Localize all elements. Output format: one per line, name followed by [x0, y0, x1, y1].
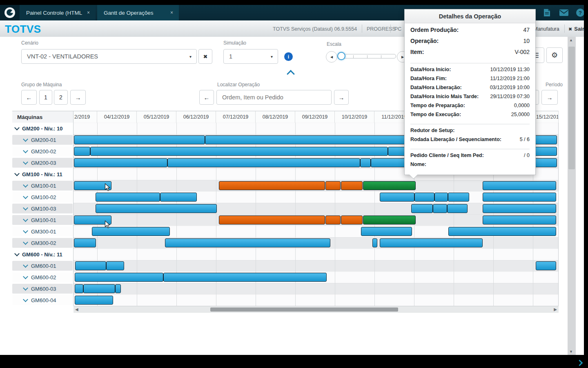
gantt-bar-blue[interactable] [75, 261, 106, 270]
gantt-bar-blue[interactable] [483, 193, 556, 202]
gantt-bar-orange[interactable] [325, 215, 341, 224]
gantt-bar-blue[interactable] [448, 193, 469, 202]
gantt-bar-blue[interactable] [448, 227, 556, 236]
grupo-next-button[interactable]: → [70, 90, 86, 105]
chevron-down-icon[interactable] [23, 194, 28, 199]
grupo-page-button-2[interactable]: 2 [54, 90, 68, 105]
localizar-next-button[interactable]: → [334, 90, 349, 105]
machine-row-gm300-02[interactable]: GM300-02 [12, 237, 74, 249]
chevron-down-icon[interactable] [23, 228, 28, 233]
machine-row-gm100-02[interactable]: GM100-02 [12, 191, 74, 203]
gantt-bar-blue[interactable] [83, 284, 115, 293]
gantt-bar-blue[interactable] [74, 238, 96, 247]
gantt-bar-blue[interactable] [165, 238, 330, 247]
grupo-page-button-1[interactable]: 1 [39, 90, 52, 105]
gantt-bar-blue[interactable] [360, 158, 371, 167]
close-icon[interactable]: × [167, 10, 179, 16]
gantt-bar-blue[interactable] [380, 238, 483, 247]
scroll-left-icon[interactable]: ◀ [75, 307, 78, 312]
machine-row-gm600-02[interactable]: GM600-02 [12, 272, 74, 283]
chevron-down-icon[interactable] [23, 182, 28, 188]
mail-icon[interactable] [559, 7, 569, 18]
horizontal-scrollbar[interactable]: ◀ ▶ [74, 306, 559, 313]
simulacao-select[interactable]: 1 ▾ [223, 49, 278, 64]
gantt-bar-blue[interactable] [361, 227, 412, 236]
vertical-scrollbar-thumb[interactable] [568, 47, 575, 169]
scroll-down-icon[interactable]: ▼ [569, 350, 573, 354]
machine-row-gm200-03[interactable]: GM200-03 [12, 157, 74, 168]
gantt-bar-blue[interactable] [74, 147, 90, 156]
machine-row-gm600-n-v-11[interactable]: GM600 - Nív.: 11 [12, 249, 74, 260]
gantt-bar-blue[interactable] [90, 147, 388, 156]
gantt-bar-blue[interactable] [75, 284, 83, 293]
chevron-down-icon[interactable] [23, 137, 28, 142]
chevron-down-icon[interactable] [23, 274, 28, 279]
gantt-bar-blue[interactable] [74, 158, 167, 167]
cenario-clear-button[interactable]: ✖ [198, 49, 212, 64]
document-icon[interactable] [541, 7, 552, 18]
machine-row-gm200-02[interactable]: GM200-02 [12, 146, 74, 157]
gantt-bar-blue[interactable] [483, 204, 556, 213]
gantt-bar-blue[interactable] [411, 204, 433, 213]
chevron-down-icon[interactable] [23, 240, 28, 245]
chevron-down-icon[interactable] [23, 159, 28, 165]
chevron-down-icon[interactable] [14, 251, 20, 256]
chevron-down-icon[interactable] [23, 205, 28, 211]
gantt-bar-blue[interactable] [75, 273, 163, 282]
close-icon[interactable]: × [84, 10, 96, 16]
tab-gantt-operacoes[interactable]: Gantt de Operações × [97, 5, 179, 20]
gantt-bar-blue[interactable] [536, 261, 556, 270]
chevron-down-icon[interactable] [23, 148, 28, 153]
cenario-select[interactable]: VNT-02 - VENTILADORES ▾ [21, 49, 197, 64]
machine-row-gm300-01[interactable]: GM300-01 [12, 226, 74, 237]
chevron-down-icon[interactable] [23, 217, 28, 222]
machine-row-gm200-n-v-10[interactable]: GM200 - Nív.: 10 [12, 123, 74, 134]
localizar-input[interactable] [216, 90, 332, 105]
gantt-bar-blue[interactable] [434, 193, 448, 202]
gantt-bar-orange[interactable] [341, 215, 363, 224]
scroll-right-icon[interactable]: ▶ [554, 307, 557, 312]
gantt-bar-blue[interactable] [447, 204, 468, 213]
machine-row-gm200-01[interactable]: GM200-01 [12, 134, 74, 146]
grupo-prev-button[interactable]: ← [21, 90, 37, 105]
machine-row-gm600-03[interactable]: GM600-03 [12, 283, 74, 294]
machine-row-gm100-01[interactable]: GM100-01 [12, 214, 74, 226]
gantt-bar-blue[interactable] [380, 193, 414, 202]
gantt-bar-blue[interactable] [167, 158, 360, 167]
gantt-bar-blue[interactable] [372, 238, 377, 247]
machine-row-gm600-01[interactable]: GM600-01 [12, 260, 74, 272]
machine-row-gm100-n-v-11[interactable]: GM100 - Nív.: 11 [12, 168, 74, 180]
gantt-bar-orange[interactable] [219, 181, 325, 190]
machine-row-gm600-04[interactable]: GM600-04 [12, 294, 74, 306]
gantt-bar-blue[interactable] [115, 284, 121, 293]
gantt-bar-blue[interactable] [414, 193, 434, 202]
escala-decrease-button[interactable]: ◀ [326, 51, 337, 63]
gantt-bar-blue[interactable] [74, 135, 205, 144]
gantt-bar-blue[interactable] [75, 296, 113, 305]
gantt-bar-green[interactable] [363, 181, 416, 190]
chevron-down-icon[interactable] [23, 285, 28, 291]
gantt-bar-blue[interactable] [163, 273, 327, 282]
tab-painel-controle[interactable]: Painel Controle (HTML × [20, 5, 96, 20]
gantt-bar-blue[interactable] [96, 204, 217, 213]
chevron-down-icon[interactable] [14, 171, 20, 176]
escala-slider-track[interactable] [339, 54, 396, 58]
gantt-bar-orange[interactable] [325, 181, 341, 190]
periodo-next-button[interactable]: → [541, 90, 558, 105]
gantt-bar-blue[interactable] [483, 181, 556, 190]
machine-row-gm100-03[interactable]: GM100-03 [12, 203, 74, 214]
gantt-bar-blue[interactable] [433, 204, 447, 213]
gantt-bar-blue[interactable] [92, 227, 170, 236]
gantt-bar-blue[interactable] [106, 261, 124, 270]
gantt-bar-green[interactable] [363, 215, 416, 224]
chevron-down-icon[interactable] [23, 263, 28, 268]
gantt-bar-orange[interactable] [341, 181, 363, 190]
scroll-up-icon[interactable]: ▲ [569, 38, 573, 42]
gantt-bar-blue[interactable] [96, 193, 160, 202]
info-icon[interactable]: i [284, 52, 293, 61]
gantt-bar-orange[interactable] [219, 215, 325, 224]
escala-slider-handle[interactable] [337, 52, 345, 60]
vertical-scrollbar[interactable]: ▲ ▼ [568, 37, 576, 355]
horizontal-scrollbar-thumb[interactable] [210, 307, 398, 312]
machine-row-gm100-01[interactable]: GM100-01 [12, 180, 74, 191]
